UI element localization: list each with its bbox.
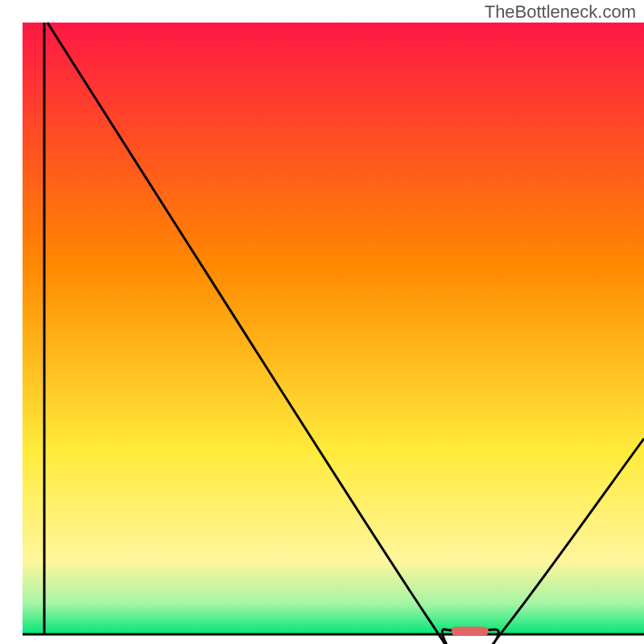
plot-area	[23, 23, 644, 644]
chart-svg	[0, 0, 644, 644]
watermark-text: TheBottleneck.com	[485, 2, 636, 23]
optimal-marker	[452, 627, 489, 636]
gradient-background	[23, 23, 644, 634]
chart-container: TheBottleneck.com	[0, 0, 644, 644]
